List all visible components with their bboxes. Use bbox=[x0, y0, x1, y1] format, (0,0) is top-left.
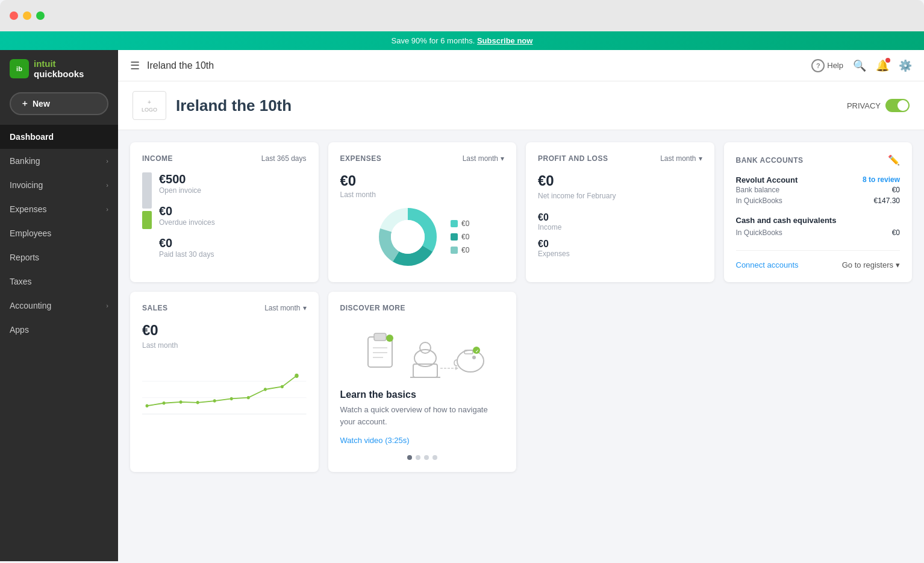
bank-card-header: BANK ACCOUNTS ✏️ bbox=[736, 154, 901, 166]
notifications-icon[interactable]: 🔔 bbox=[876, 59, 889, 72]
profit-sub: Net income for February bbox=[538, 192, 702, 200]
sales-card-header: SALES Last month ▾ bbox=[142, 304, 307, 312]
sidebar-item-employees[interactable]: Employees bbox=[0, 221, 118, 245]
sidebar-item-taxes[interactable]: Taxes bbox=[0, 269, 118, 294]
carousel-dot-4[interactable] bbox=[432, 455, 437, 460]
privacy-label: PRIVACY bbox=[847, 101, 881, 110]
sidebar-item-expenses[interactable]: Expenses › bbox=[0, 197, 118, 221]
subscribe-link[interactable]: Subscribe now bbox=[477, 36, 532, 45]
bank-review-link[interactable]: 8 to review bbox=[863, 175, 900, 184]
income-metric-label: Income bbox=[538, 223, 702, 231]
bar-overdue bbox=[142, 172, 152, 209]
svg-marker-31 bbox=[455, 366, 458, 370]
privacy-toggle: PRIVACY bbox=[847, 99, 910, 112]
sales-sub: Last month bbox=[142, 341, 307, 350]
learn-basics-title: Learn the basics bbox=[340, 389, 505, 400]
svg-point-11 bbox=[163, 401, 166, 404]
income-card-header: INCOME Last 365 days bbox=[142, 154, 307, 163]
close-dot[interactable] bbox=[10, 11, 18, 20]
company-logo[interactable]: + LOGO bbox=[133, 91, 166, 120]
qb-logo-icon: ib bbox=[10, 59, 29, 78]
paid-label: Paid last 30 days bbox=[159, 250, 215, 259]
profit-value: €0 bbox=[538, 172, 702, 189]
chevron-right-icon: › bbox=[106, 181, 108, 189]
discover-illustration: ✓ bbox=[340, 322, 505, 382]
svg-point-16 bbox=[247, 396, 250, 399]
promo-text: Save 90% for 6 months. bbox=[392, 36, 475, 45]
bar-paid bbox=[142, 211, 152, 229]
sales-chart bbox=[142, 359, 307, 420]
connect-accounts-link[interactable]: Connect accounts bbox=[736, 260, 799, 269]
expenses-metric-label: Expenses bbox=[538, 250, 702, 258]
search-icon[interactable]: 🔍 bbox=[853, 59, 866, 72]
cash-equiv-title: Cash and cash equivalents bbox=[736, 216, 901, 225]
svg-point-19 bbox=[295, 374, 298, 378]
help-button[interactable]: ? Help bbox=[811, 59, 843, 72]
settings-icon[interactable]: ⚙️ bbox=[899, 59, 912, 72]
sidebar-item-accounting[interactable]: Accounting › bbox=[0, 294, 118, 318]
svg-point-15 bbox=[230, 397, 233, 400]
edit-bank-icon[interactable]: ✏️ bbox=[888, 154, 900, 166]
bank-balance-row: Bank balance €0 bbox=[736, 184, 901, 195]
income-period: Last 365 days bbox=[261, 154, 307, 163]
carousel-dot-3[interactable] bbox=[424, 455, 429, 460]
svg-rect-21 bbox=[374, 333, 386, 341]
go-to-registers-link[interactable]: Go to registers ▾ bbox=[842, 260, 900, 269]
carousel-dot-1[interactable] bbox=[407, 455, 412, 460]
legend-dot-2 bbox=[451, 233, 458, 241]
expenses-period: Last month ▾ bbox=[463, 154, 504, 163]
legend-item-3: €0 bbox=[451, 246, 469, 254]
privacy-switch[interactable] bbox=[885, 99, 910, 112]
top-bar: ☰ Ireland the 10th ? Help 🔍 🔔 ⚙️ bbox=[118, 50, 924, 81]
svg-point-12 bbox=[179, 400, 183, 403]
svg-point-13 bbox=[196, 401, 199, 404]
sales-value: €0 bbox=[142, 322, 307, 339]
dropdown-icon[interactable]: ▾ bbox=[699, 154, 702, 163]
expenses-card-header: EXPENSES Last month ▾ bbox=[340, 154, 505, 163]
discover-card: DISCOVER MORE bbox=[328, 292, 517, 472]
chevron-right-icon: › bbox=[106, 302, 108, 309]
maximize-dot[interactable] bbox=[36, 11, 45, 20]
income-overdue: €0 Overdue invoices bbox=[159, 204, 215, 227]
dashboard-grid: INCOME Last 365 days €500 Open invoice bbox=[118, 130, 924, 484]
dropdown-icon[interactable]: ▾ bbox=[303, 304, 307, 312]
expenses-card: EXPENSES Last month ▾ €0 Last month bbox=[328, 142, 517, 282]
new-button[interactable]: ＋ New bbox=[10, 92, 108, 115]
bank-title: BANK ACCOUNTS bbox=[736, 156, 804, 165]
carousel-dots bbox=[340, 455, 505, 460]
open-label: Open invoice bbox=[159, 186, 215, 195]
sidebar: ib intuit quickbooks ＋ New Dashboard Ban… bbox=[0, 50, 118, 561]
svg-point-14 bbox=[213, 399, 216, 402]
sidebar-item-dashboard[interactable]: Dashboard bbox=[0, 125, 118, 149]
sidebar-item-banking[interactable]: Banking › bbox=[0, 149, 118, 173]
income-paid: €0 Paid last 30 days bbox=[159, 236, 215, 259]
company-left: + LOGO Ireland the 10th bbox=[133, 91, 292, 120]
learn-desc: Watch a quick overview of how to navigat… bbox=[340, 404, 505, 427]
discover-svg: ✓ bbox=[356, 325, 489, 379]
cash-in-qb-row: In QuickBooks €0 bbox=[736, 227, 901, 238]
sidebar-logo: ib intuit quickbooks bbox=[0, 50, 118, 87]
company-header: + LOGO Ireland the 10th PRIVACY bbox=[118, 81, 924, 130]
svg-point-33 bbox=[472, 356, 476, 359]
sales-period: Last month ▾ bbox=[264, 304, 306, 312]
expenses-amount: €0 bbox=[340, 172, 505, 189]
dropdown-icon: ▾ bbox=[896, 260, 900, 269]
minimize-dot[interactable] bbox=[23, 11, 31, 20]
svg-point-17 bbox=[264, 388, 267, 391]
promo-banner: Save 90% for 6 months. Subscribe now bbox=[0, 31, 924, 50]
watch-video-link[interactable]: Watch video (3:25s) bbox=[340, 436, 410, 445]
sidebar-item-invoicing[interactable]: Invoicing › bbox=[0, 173, 118, 197]
carousel-dot-2[interactable] bbox=[416, 455, 420, 460]
hamburger-icon[interactable]: ☰ bbox=[130, 59, 140, 72]
profit-title: PROFIT AND LOSS bbox=[538, 154, 608, 163]
dropdown-icon[interactable]: ▾ bbox=[501, 154, 504, 163]
overdue-label: Overdue invoices bbox=[159, 218, 215, 227]
svg-text:ib: ib bbox=[16, 65, 22, 72]
sidebar-item-apps[interactable]: Apps bbox=[0, 318, 118, 342]
svg-point-25 bbox=[386, 335, 393, 342]
income-card: INCOME Last 365 days €500 Open invoice bbox=[130, 142, 319, 282]
sidebar-item-reports[interactable]: Reports bbox=[0, 245, 118, 269]
svg-point-6 bbox=[391, 220, 425, 254]
income-title: INCOME bbox=[142, 154, 173, 163]
donut-legend: €0 €0 €0 bbox=[451, 219, 469, 254]
